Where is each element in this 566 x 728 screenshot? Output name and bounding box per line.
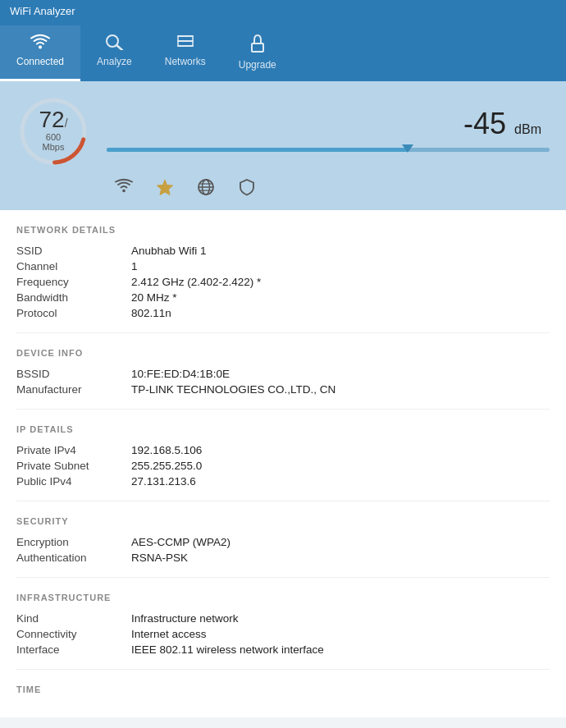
label-protocol: Protocol [16, 305, 131, 321]
signal-value: -45 dBm [107, 107, 550, 141]
analyze-icon [103, 32, 125, 53]
icon-row [16, 178, 550, 200]
label-connectivity: Connectivity [16, 626, 131, 642]
value-interface: IEEE 802.11 wireless network interface [131, 642, 550, 657]
svg-marker-12 [157, 180, 173, 195]
value-bssid: 10:FE:ED:D4:1B:0E [131, 366, 550, 382]
value-private-ipv4: 192.168.5.106 [131, 442, 550, 458]
signal-marker [402, 144, 413, 153]
security-table: Encryption AES-CCMP (WPA2) Authenticatio… [16, 534, 550, 565]
gauge-value: 72 [39, 107, 64, 132]
table-row: Kind Infrastructure network [16, 611, 550, 626]
value-protocol: 802.11n [131, 305, 550, 321]
time-header: TIME [16, 685, 550, 694]
signal-unit: dBm [514, 122, 541, 136]
gauge-circle: 72/ 600 Mbps [16, 94, 90, 168]
nav-bar: Connected Analyze Networks [0, 22, 566, 81]
nav-item-connected[interactable]: Connected [0, 25, 80, 81]
divider [16, 409, 550, 410]
security-header: SECURITY [16, 516, 550, 526]
label-ssid: SSID [16, 243, 131, 259]
nav-networks-label: Networks [165, 56, 206, 67]
nav-analyze-label: Analyze [97, 56, 132, 67]
value-encryption: AES-CCMP (WPA2) [131, 534, 550, 550]
value-private-subnet: 255.255.255.0 [131, 458, 550, 474]
table-row: Bandwidth 20 MHz * [16, 290, 550, 305]
gauge-speed: 600 Mbps [35, 132, 72, 152]
divider [16, 501, 550, 501]
networks-icon [175, 32, 196, 53]
table-row: Protocol 802.11n [16, 305, 550, 321]
table-row: Frequency 2.412 GHz (2.402-2.422) * [16, 274, 550, 290]
table-row: Channel 1 [16, 259, 550, 274]
value-bandwidth: 20 MHz * [131, 290, 550, 305]
header-top: 72/ 600 Mbps -45 dBm [16, 94, 550, 168]
value-channel: 1 [131, 259, 550, 274]
label-bandwidth: Bandwidth [16, 290, 131, 305]
table-row: SSID Anubhab Wifi 1 [16, 243, 550, 259]
signal-bar [107, 144, 550, 156]
star-icon [156, 178, 174, 200]
signal-area: -45 dBm [90, 107, 550, 156]
svg-rect-8 [252, 43, 263, 52]
table-row: Private IPv4 192.168.5.106 [16, 442, 550, 458]
value-frequency: 2.412 GHz (2.402-2.422) * [131, 274, 550, 290]
label-encryption: Encryption [16, 534, 131, 550]
nav-item-analyze[interactable]: Analyze [80, 25, 148, 81]
table-row: Encryption AES-CCMP (WPA2) [16, 534, 550, 550]
table-row: Private Subnet 255.255.255.0 [16, 458, 550, 474]
network-details-header: NETWORK DETAILS [16, 225, 550, 235]
nav-item-networks[interactable]: Networks [148, 25, 222, 81]
app-title: WiFi Analyzer [10, 5, 75, 17]
ip-details-header: IP DETAILS [16, 424, 550, 434]
label-private-ipv4: Private IPv4 [16, 442, 131, 458]
label-manufacturer: Manufacturer [16, 382, 131, 397]
wifi-icon [30, 32, 51, 53]
table-row: Public IPv4 27.131.213.6 [16, 474, 550, 489]
value-manufacturer: TP-LINK TECHNOLOGIES CO.,LTD., CN [131, 382, 550, 397]
svg-line-2 [116, 45, 122, 50]
table-row: Manufacturer TP-LINK TECHNOLOGIES CO.,LT… [16, 382, 550, 397]
main-content: NETWORK DETAILS SSID Anubhab Wifi 1 Chan… [0, 210, 566, 717]
shield-icon [238, 178, 256, 200]
svg-point-0 [39, 46, 42, 49]
device-info-table: BSSID 10:FE:ED:D4:1B:0E Manufacturer TP-… [16, 366, 550, 397]
label-interface: Interface [16, 642, 131, 657]
title-bar: WiFi Analyzer [0, 0, 566, 22]
value-authentication: RSNA-PSK [131, 550, 550, 565]
label-kind: Kind [16, 611, 131, 626]
table-row: Interface IEEE 802.11 wireless network i… [16, 642, 550, 657]
svg-point-11 [122, 190, 126, 193]
infrastructure-table: Kind Infrastructure network Connectivity… [16, 611, 550, 657]
divider [16, 332, 550, 333]
label-private-subnet: Private Subnet [16, 458, 131, 474]
signal-track [107, 148, 550, 152]
header-panel: 72/ 600 Mbps -45 dBm [0, 81, 566, 210]
nav-item-upgrade[interactable]: Upgrade [222, 25, 293, 81]
value-connectivity: Internet access [131, 626, 550, 642]
ip-details-table: Private IPv4 192.168.5.106 Private Subne… [16, 442, 550, 489]
label-authentication: Authentication [16, 550, 131, 565]
table-row: Connectivity Internet access [16, 626, 550, 642]
wifi-small-icon [115, 178, 133, 200]
signal-fill [107, 148, 408, 152]
divider [16, 577, 550, 578]
gauge-text: 72/ 600 Mbps [35, 108, 72, 152]
table-row: BSSID 10:FE:ED:D4:1B:0E [16, 366, 550, 382]
value-kind: Infrastructure network [131, 611, 550, 626]
label-public-ipv4: Public IPv4 [16, 474, 131, 489]
label-channel: Channel [16, 259, 131, 274]
label-frequency: Frequency [16, 274, 131, 290]
device-info-header: DEVICE INFO [16, 348, 550, 358]
network-details-table: SSID Anubhab Wifi 1 Channel 1 Frequency … [16, 243, 550, 321]
infrastructure-header: INFRASTRUCTURE [16, 593, 550, 602]
globe-icon [197, 178, 215, 200]
divider [16, 669, 550, 670]
table-row: Authentication RSNA-PSK [16, 550, 550, 565]
value-ssid: Anubhab Wifi 1 [131, 243, 550, 259]
nav-upgrade-label: Upgrade [239, 59, 276, 71]
value-public-ipv4: 27.131.213.6 [131, 474, 550, 489]
label-bssid: BSSID [16, 366, 131, 382]
upgrade-icon [247, 32, 268, 57]
nav-connected-label: Connected [16, 56, 64, 67]
